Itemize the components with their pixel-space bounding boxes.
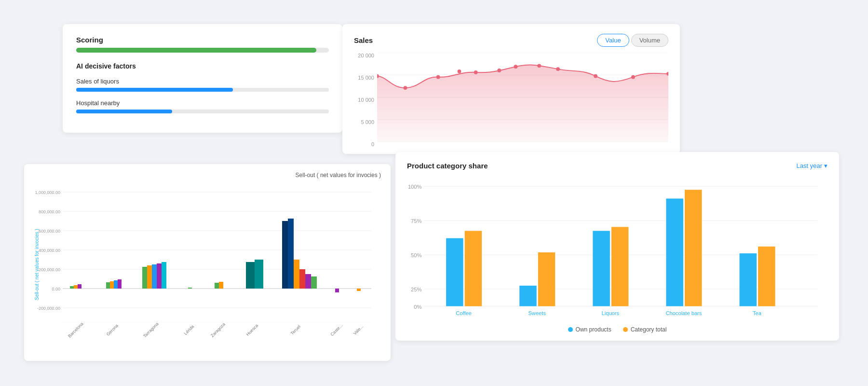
y-label-15000: 15 000	[354, 75, 377, 81]
bar-coffee-total	[465, 231, 482, 306]
sales-title: Sales	[354, 36, 373, 44]
bar-teruel-5	[311, 276, 317, 289]
legend-own: Own products	[568, 326, 611, 333]
dp-4	[474, 70, 478, 74]
bar-liquors-own	[593, 231, 610, 306]
factor-hospital: Hospital nearby	[76, 99, 329, 113]
bar-tea-total	[758, 247, 775, 306]
dp-9	[594, 74, 597, 78]
bar-teruel-3	[299, 269, 305, 289]
factor-bar-container-0	[76, 88, 329, 92]
svg-text:-200,000.00: -200,000.00	[37, 306, 60, 311]
bar-teruel-1	[288, 219, 294, 289]
bar-sweets-own	[519, 286, 536, 306]
bar-gerona-2	[114, 280, 118, 289]
svg-text:Tea: Tea	[753, 310, 762, 316]
legend-own-dot	[568, 327, 573, 332]
bar-tarragona-0	[142, 267, 147, 289]
scoring-bar-container	[76, 48, 329, 53]
svg-text:Teruel: Teruel	[290, 324, 301, 336]
category-header: Product category share Last year ▾	[407, 162, 827, 170]
legend-total: Category total	[623, 326, 667, 333]
sales-chart-area: 20 000 15 000 10 000 5 000 0	[354, 53, 668, 149]
svg-text:Barcelona: Barcelona	[67, 321, 84, 339]
sellout-y-axis-label: Sell-out ( net values for invocies )	[34, 229, 40, 300]
svg-text:0.00: 0.00	[52, 287, 60, 291]
svg-text:Lérida: Lérida	[183, 324, 195, 336]
svg-text:25%: 25%	[411, 287, 421, 292]
bar-vale-0	[357, 289, 361, 291]
sales-svg	[377, 53, 668, 142]
sales-header: Sales Value Volume	[354, 34, 668, 47]
factor-label-1: Hospital nearby	[76, 99, 329, 107]
y-label-5000: 5 000	[354, 119, 377, 125]
bar-gerona-0	[106, 282, 110, 289]
svg-text:Caste...: Caste...	[329, 323, 343, 337]
toggle-value-btn[interactable]: Value	[597, 34, 629, 47]
factor-label-0: Sales of liquors	[76, 78, 329, 85]
svg-text:Coffee: Coffee	[456, 310, 472, 316]
bar-tarragona-2	[152, 264, 157, 289]
bar-caste-0	[335, 289, 339, 292]
bar-teruel-4	[305, 274, 311, 289]
y-label-20000: 20 000	[354, 53, 377, 58]
legend: Own products Category total	[407, 326, 827, 333]
svg-text:400,000.00: 400,000.00	[39, 248, 60, 253]
svg-text:Tarragona: Tarragona	[142, 321, 160, 339]
svg-text:1,000,000.00: 1,000,000.00	[35, 190, 60, 195]
last-year-btn[interactable]: Last year ▾	[797, 162, 827, 169]
svg-text:200,000.00: 200,000.00	[39, 267, 60, 272]
svg-text:Gerona: Gerona	[106, 323, 119, 337]
bar-zaragoza-1	[219, 282, 223, 289]
bar-zaragoza-0	[215, 283, 219, 289]
svg-text:600,000.00: 600,000.00	[39, 229, 60, 234]
scoring-bar-fill	[76, 48, 316, 53]
bar-teruel-0	[282, 221, 288, 289]
sales-card: Sales Value Volume 20 000 15 000 10 000 …	[342, 24, 680, 154]
svg-text:Vale...: Vale...	[353, 324, 365, 336]
svg-text:Sweets: Sweets	[528, 310, 546, 316]
bar-tea-own	[739, 253, 756, 306]
toggle-group: Value Volume	[597, 34, 668, 47]
dp-3	[458, 69, 461, 73]
svg-text:Chocolate bars: Chocolate bars	[665, 310, 702, 316]
factor-bar-fill-1	[76, 110, 172, 113]
svg-text:100%: 100%	[408, 184, 422, 190]
svg-text:Huesca: Huesca	[245, 323, 259, 337]
dp-10	[631, 75, 635, 79]
svg-text:Zaragoza: Zaragoza	[210, 322, 226, 338]
bar-tarragona-4	[162, 262, 166, 289]
bar-huesca-0	[246, 262, 255, 289]
sales-area-fill	[377, 65, 668, 142]
sellout-svg: Sell-out ( net values for invocies ) 1,0…	[34, 182, 381, 356]
legend-total-label: Category total	[631, 326, 667, 333]
bar-liquors-total	[611, 227, 628, 306]
dashboard: Scoring AI decisive factors Sales of liq…	[0, 0, 868, 386]
bar-sweets-total	[538, 252, 555, 306]
y-label-0: 0	[354, 141, 377, 147]
legend-own-label: Own products	[576, 326, 611, 333]
dp-2	[436, 75, 440, 79]
bar-huesca-1	[255, 260, 263, 289]
bar-tarragona-1	[147, 265, 152, 289]
bar-barcelona-2	[78, 284, 81, 289]
bar-coffee-own	[446, 238, 463, 306]
factor-bar-fill-0	[76, 88, 233, 92]
bar-choco-own	[666, 199, 683, 306]
scoring-title: Scoring	[76, 36, 329, 44]
factor-sales-liquors: Sales of liquors	[76, 78, 329, 92]
svg-text:50%: 50%	[411, 252, 421, 258]
toggle-volume-btn[interactable]: Volume	[631, 34, 668, 47]
category-svg: 100% 75% 50% 25% 0% Coffee	[407, 178, 827, 322]
bar-tarragona-3	[157, 263, 162, 289]
bar-barcelona-1	[74, 285, 78, 289]
svg-text:Liquors: Liquors	[602, 310, 620, 316]
bar-barcelona-0	[70, 286, 74, 289]
bar-gerona-3	[118, 279, 122, 289]
sellout-card: Sell-out ( net values for invocies ) Sel…	[24, 164, 391, 361]
dp-8	[556, 67, 560, 71]
sellout-title: Sell-out ( net values for invocies )	[34, 172, 381, 179]
ai-title: AI decisive factors	[76, 62, 329, 70]
bar-lerida-0	[188, 288, 192, 289]
svg-text:800,000.00: 800,000.00	[39, 209, 60, 214]
